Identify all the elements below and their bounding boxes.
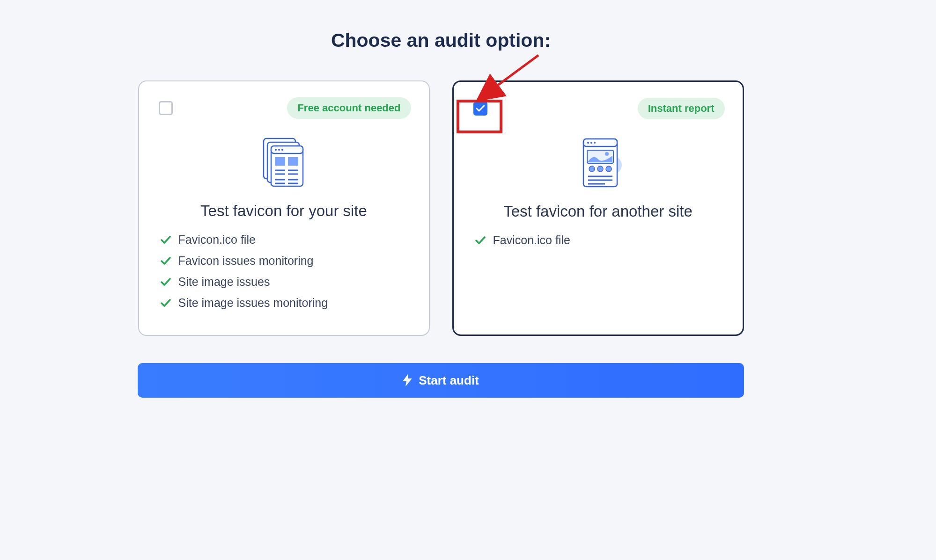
page-title: Choose an audit option: [138,29,744,51]
feature-text: Favicon issues monitoring [178,254,314,268]
svg-point-22 [590,142,592,144]
option-card-your-site[interactable]: Free account needed [138,80,430,336]
check-icon [161,278,171,286]
check-icon [475,236,486,245]
feature-list: Favicon.ico file [472,233,725,247]
svg-point-6 [278,149,280,151]
status-badge: Instant report [638,98,725,119]
svg-point-21 [587,142,589,144]
svg-point-23 [594,142,596,144]
card-header: Free account needed [157,97,411,119]
stacked-pages-icon [157,127,411,197]
list-item: Favicon issues monitoring [161,254,411,268]
svg-point-5 [275,149,277,151]
feature-text: Site image issues monitoring [178,296,328,310]
svg-point-7 [281,149,283,151]
audit-option-chooser: Choose an audit option: Free account nee… [138,29,744,398]
option-checkbox[interactable] [159,101,173,115]
list-item: Site image issues monitoring [161,296,411,310]
lightning-icon [403,374,412,386]
feature-text: Favicon.ico file [178,233,256,247]
start-audit-button[interactable]: Start audit [138,363,744,398]
check-icon [161,299,171,307]
option-card-another-site[interactable]: Instant report [452,80,744,336]
feature-list: Favicon.ico file Favicon issues monitori… [157,233,411,310]
svg-rect-8 [275,157,285,166]
svg-point-26 [589,166,595,172]
feature-text: Site image issues [178,275,270,289]
check-icon [161,236,171,244]
svg-point-28 [606,166,612,172]
single-page-icon [472,128,725,198]
card-title: Test favicon for your site [157,202,411,220]
list-item: Favicon.ico file [161,233,411,247]
svg-point-25 [605,152,609,156]
list-item: Favicon.ico file [475,233,725,247]
status-badge: Free account needed [287,97,411,119]
option-cards: Free account needed [138,80,744,336]
feature-text: Favicon.ico file [493,233,570,247]
check-icon [161,257,171,265]
list-item: Site image issues [161,275,411,289]
card-title: Test favicon for another site [472,203,725,220]
option-checkbox[interactable] [473,102,487,116]
svg-rect-9 [288,157,298,166]
svg-point-27 [597,166,603,172]
start-audit-label: Start audit [419,373,479,388]
card-header: Instant report [472,98,725,119]
